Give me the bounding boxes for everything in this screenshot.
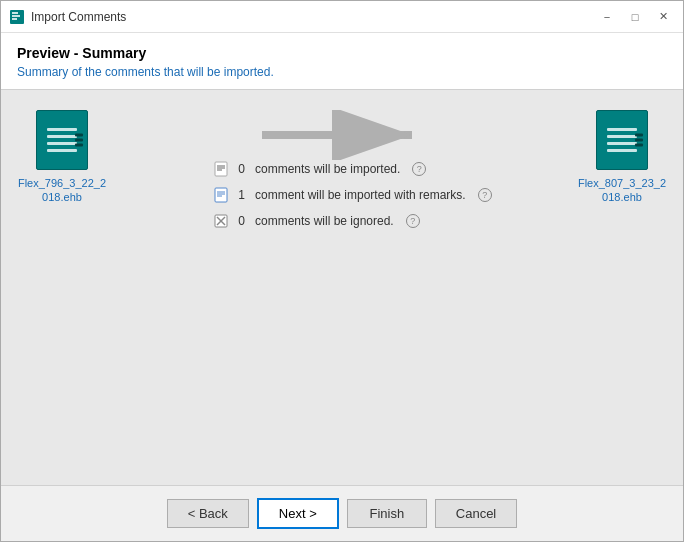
maximize-button[interactable]: □ <box>623 7 647 27</box>
main-window: Import Comments − □ ✕ Preview - Summary … <box>0 0 684 542</box>
imported-count: 0 <box>238 162 245 176</box>
imported-summary-item: 0 comments will be imported. ? <box>212 160 491 178</box>
target-zip-tooth-3 <box>635 144 643 147</box>
content-area: Flex_796_3_22_2018.ehb <box>1 90 683 485</box>
source-file-container: Flex_796_3_22_2018.ehb <box>17 110 107 205</box>
icon-line-2 <box>47 135 77 138</box>
target-icon-line-1 <box>607 128 637 131</box>
arrow-container <box>252 110 432 160</box>
window-title: Import Comments <box>31 10 595 24</box>
close-button[interactable]: ✕ <box>651 7 675 27</box>
remarks-help-icon[interactable]: ? <box>478 188 492 202</box>
icon-line-4 <box>47 149 77 152</box>
arrow-icon <box>252 110 432 160</box>
zip-tooth-2 <box>75 139 83 142</box>
target-icon-line-4 <box>607 149 637 152</box>
header-section: Preview - Summary Summary of the comment… <box>1 33 683 90</box>
zip-tooth-3 <box>75 144 83 147</box>
target-file-label: Flex_807_3_23_2018.ehb <box>577 176 667 205</box>
ignored-x-icon <box>212 212 230 230</box>
remarks-summary-item: 1 comment will be imported with remarks.… <box>212 186 491 204</box>
target-file-icon <box>596 110 648 170</box>
ignored-summary-item: 0 comments will be ignored. ? <box>212 212 491 230</box>
page-subtitle: Summary of the comments that will be imp… <box>17 65 667 79</box>
target-zip-decoration <box>635 134 643 147</box>
svg-rect-3 <box>12 18 17 20</box>
doc-icon <box>212 160 230 178</box>
target-file-container: Flex_807_3_23_2018.ehb <box>577 110 667 205</box>
ignored-count: 0 <box>238 214 245 228</box>
summary-list: 0 comments will be imported. ? <box>212 160 491 230</box>
title-bar: Import Comments − □ ✕ <box>1 1 683 33</box>
remarks-doc-icon <box>212 186 230 204</box>
import-visual-row: Flex_796_3_22_2018.ehb <box>17 110 667 230</box>
icon-line-1 <box>47 128 77 131</box>
zip-decoration <box>75 134 83 147</box>
window-controls: − □ ✕ <box>595 7 675 27</box>
icon-line-3 <box>47 142 77 145</box>
target-icon-line-3 <box>607 142 637 145</box>
target-icon-line-2 <box>607 135 637 138</box>
source-file-label: Flex_796_3_22_2018.ehb <box>17 176 107 205</box>
window-icon <box>9 9 25 25</box>
minimize-button[interactable]: − <box>595 7 619 27</box>
ignored-help-icon[interactable]: ? <box>406 214 420 228</box>
imported-help-icon[interactable]: ? <box>412 162 426 176</box>
back-button[interactable]: < Back <box>167 499 249 528</box>
svg-rect-6 <box>215 162 227 176</box>
target-zip-tooth-2 <box>635 139 643 142</box>
remarks-label: comment will be imported with remarks. <box>255 188 466 202</box>
remarks-count: 1 <box>238 188 245 202</box>
ignored-label: comments will be ignored. <box>255 214 394 228</box>
svg-rect-10 <box>215 188 227 202</box>
source-file-icon <box>36 110 88 170</box>
finish-button[interactable]: Finish <box>347 499 427 528</box>
next-button[interactable]: Next > <box>257 498 339 529</box>
page-title: Preview - Summary <box>17 45 667 61</box>
cancel-button[interactable]: Cancel <box>435 499 517 528</box>
imported-label: comments will be imported. <box>255 162 400 176</box>
svg-rect-2 <box>12 15 20 17</box>
svg-rect-1 <box>12 12 18 14</box>
footer: < Back Next > Finish Cancel <box>1 485 683 541</box>
zip-tooth-1 <box>75 134 83 137</box>
target-zip-tooth-1 <box>635 134 643 137</box>
